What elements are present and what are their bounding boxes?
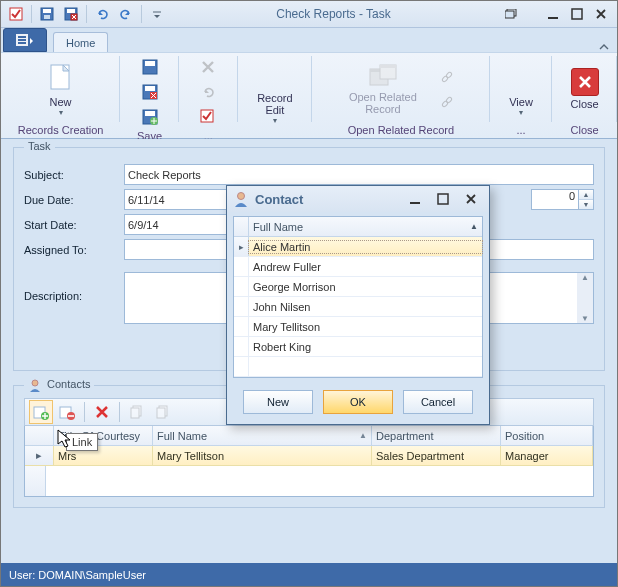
close-button[interactable]: Close <box>564 65 606 113</box>
undo-icon[interactable] <box>195 80 221 104</box>
delete-icon[interactable] <box>195 55 221 79</box>
copy-icon[interactable] <box>125 400 149 424</box>
save-new-icon[interactable] <box>137 105 163 129</box>
svg-rect-28 <box>380 65 396 68</box>
chevron-down-icon[interactable]: ▼ <box>581 314 589 323</box>
list-item <box>234 357 482 377</box>
svg-rect-39 <box>131 408 139 418</box>
undo-icon[interactable] <box>91 3 113 25</box>
svg-point-33 <box>32 380 38 386</box>
delete-button[interactable] <box>90 400 114 424</box>
list-item[interactable]: Mary Tellitson <box>234 317 482 337</box>
table-row[interactable]: ▸ Mrs Mary Tellitson Sales Department Ma… <box>25 446 593 466</box>
redo-icon[interactable] <box>115 3 137 25</box>
unlink-button[interactable] <box>55 400 79 424</box>
minimize-icon[interactable] <box>403 189 427 209</box>
ribbon-tabs: Home <box>1 28 617 52</box>
svg-point-32 <box>445 96 452 103</box>
link-icon[interactable] <box>434 90 460 114</box>
grid-blank <box>25 466 593 496</box>
tab-home[interactable]: Home <box>53 32 108 52</box>
svg-rect-8 <box>505 11 514 18</box>
svg-rect-44 <box>438 194 448 204</box>
save-close-icon[interactable] <box>137 80 163 104</box>
svg-rect-22 <box>145 111 155 116</box>
list-item[interactable]: George Morrison <box>234 277 482 297</box>
new-button[interactable]: New <box>243 390 313 414</box>
close-icon[interactable] <box>459 189 483 209</box>
person-icon <box>233 191 249 207</box>
close-window-icon[interactable] <box>589 4 613 24</box>
copy-icon[interactable] <box>151 400 175 424</box>
save-close-icon[interactable] <box>60 3 82 25</box>
list-item[interactable]: Andrew Fuller <box>234 257 482 277</box>
dialog-titlebar[interactable]: Contact <box>227 186 489 212</box>
group-record-edit: Record Edit ▾ <box>238 53 312 138</box>
group-edit: ... <box>179 53 238 138</box>
subject-input[interactable]: Check Reports <box>124 164 594 185</box>
group-view: View ▾ ... <box>490 53 553 138</box>
list-item[interactable]: John Nilsen <box>234 297 482 317</box>
status-user: User: DOMAIN\SampleUser <box>9 569 146 581</box>
ribbon-collapse-icon[interactable] <box>599 42 609 52</box>
view-button[interactable]: View ▾ <box>502 59 540 120</box>
chevron-up-icon[interactable]: ▲ <box>579 190 593 199</box>
chevron-up-icon[interactable]: ▲ <box>581 273 589 282</box>
sort-asc-icon: ▲ <box>359 431 367 440</box>
app-menu-button[interactable] <box>3 28 47 52</box>
record-edit-button[interactable]: Record Edit ▾ <box>250 55 299 128</box>
open-related-button[interactable]: Open Related Record <box>342 60 424 118</box>
cancel-button[interactable]: Cancel <box>403 390 473 414</box>
col-department[interactable]: Department <box>372 426 501 446</box>
maximize-icon[interactable] <box>431 189 455 209</box>
save-icon[interactable] <box>36 3 58 25</box>
quick-access-toolbar <box>5 3 168 25</box>
svg-rect-14 <box>18 42 26 44</box>
dialog-list-header: Full Name▲ <box>234 217 482 237</box>
chevron-down-icon: ▾ <box>59 108 63 117</box>
assignedto-label: Assigned To: <box>24 244 124 256</box>
qat-dropdown-icon[interactable] <box>146 3 168 25</box>
svg-rect-19 <box>145 86 155 91</box>
link-button[interactable] <box>29 400 53 424</box>
svg-point-31 <box>441 100 448 107</box>
sort-asc-icon: ▲ <box>470 222 478 231</box>
minimize-icon[interactable] <box>541 4 565 24</box>
svg-point-29 <box>441 75 448 82</box>
mdi-restore-icon[interactable] <box>499 4 523 24</box>
grid-header: Title Of Courtesy Full Name▲ Department … <box>25 426 593 446</box>
mdi-buttons <box>499 4 523 24</box>
col-fullname[interactable]: Full Name▲ <box>153 426 372 446</box>
cell-fullname[interactable]: Mary Tellitson <box>153 446 372 466</box>
checklist-icon[interactable] <box>5 3 27 25</box>
scrollbar[interactable]: ▲▼ <box>577 273 593 323</box>
new-button[interactable]: New ▾ <box>40 59 82 120</box>
contacts-grid: Title Of Courtesy Full Name▲ Department … <box>24 426 594 497</box>
svg-rect-43 <box>410 202 420 204</box>
svg-rect-5 <box>67 9 75 13</box>
link-icon[interactable] <box>434 65 460 89</box>
spin-input[interactable]: 0 <box>531 189 579 210</box>
window-title: Check Reports - Task <box>170 7 497 21</box>
startdate-input[interactable]: 6/9/14 <box>124 214 236 235</box>
spin-buttons[interactable]: ▲▼ <box>579 189 594 210</box>
maximize-icon[interactable] <box>565 4 589 24</box>
validate-icon[interactable] <box>195 105 221 129</box>
col-fullname[interactable]: Full Name▲ <box>249 221 482 233</box>
group-close: Close Close <box>552 53 617 138</box>
chevron-down-icon[interactable]: ▼ <box>579 199 593 209</box>
svg-rect-12 <box>18 36 26 38</box>
cell-position[interactable]: Manager <box>501 446 593 466</box>
duedate-input[interactable]: 6/11/14 <box>124 189 236 210</box>
svg-rect-10 <box>572 9 582 19</box>
group-save: Save <box>120 53 179 138</box>
cell-department[interactable]: Sales Department <box>372 446 501 466</box>
subject-label: Subject: <box>24 169 124 181</box>
list-item[interactable]: Robert King <box>234 337 482 357</box>
col-position[interactable]: Position <box>501 426 593 446</box>
list-item[interactable]: ▸Alice Martin <box>234 237 482 257</box>
save-icon[interactable] <box>137 55 163 79</box>
task-legend: Task <box>24 140 55 152</box>
ok-button[interactable]: OK <box>323 390 393 414</box>
chevron-down-icon: ▾ <box>273 116 277 125</box>
